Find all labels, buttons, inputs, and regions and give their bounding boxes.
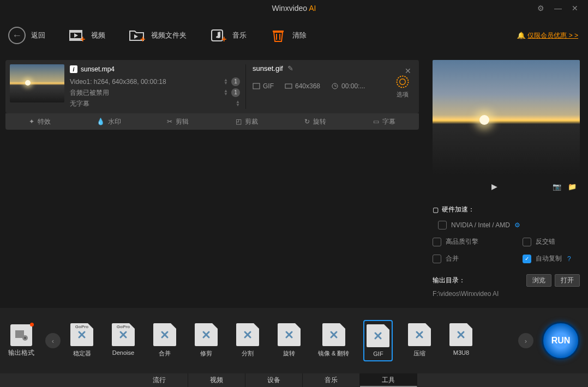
run-button[interactable]: RUN bbox=[542, 322, 580, 360]
svg-rect-13 bbox=[285, 84, 292, 88]
tab-tools[interactable]: 工具 bbox=[360, 373, 417, 387]
clear-label: 清除 bbox=[292, 31, 307, 40]
snapshot-icon[interactable]: 📷 bbox=[553, 183, 561, 191]
format-label: 分割 bbox=[242, 349, 254, 358]
deinterlace-option[interactable]: 反交错 bbox=[523, 237, 580, 246]
cut-button[interactable]: ✂剪辑 bbox=[143, 113, 212, 130]
tab-popular[interactable]: 流行 bbox=[131, 373, 188, 387]
checkbox-icon[interactable] bbox=[523, 238, 531, 246]
prev-arrow-button[interactable]: ‹ bbox=[45, 333, 61, 348]
stepper-icon[interactable]: ▲▼ bbox=[236, 100, 240, 107]
rotate-button[interactable]: ↻旋转 bbox=[281, 113, 350, 130]
stepper-icon[interactable]: ▲▼ bbox=[224, 78, 228, 85]
main-toolbar: ← 返回 + 视频 + 视频文件夹 + 音乐 清除 🔔 仅限会员优惠 > > bbox=[0, 16, 588, 55]
format-label: 压缩 bbox=[413, 349, 425, 358]
subtitle-track-info: 无字幕 ▲▼ bbox=[70, 98, 240, 109]
quality-engine-option[interactable]: 高品质引擎 bbox=[433, 237, 490, 246]
svg-rect-7 bbox=[212, 30, 223, 41]
folder-open-icon[interactable]: 📁 bbox=[568, 183, 577, 191]
browse-button[interactable]: 浏览 bbox=[526, 274, 551, 287]
checkbox-icon[interactable] bbox=[433, 238, 441, 246]
format-item-compress[interactable]: 压缩 bbox=[405, 320, 434, 361]
output-dir-path: F:\videos\Winxvideo AI bbox=[433, 290, 580, 298]
output-format: GIF bbox=[253, 82, 274, 90]
output-format-button[interactable]: 输出格式 bbox=[8, 324, 34, 358]
bell-icon: 🔔 bbox=[517, 32, 525, 39]
back-button[interactable]: ← 返回 bbox=[8, 27, 45, 44]
format-item-mirror[interactable]: 镜像 & 翻转 bbox=[316, 320, 351, 361]
settings-icon[interactable]: ⚙ bbox=[537, 4, 544, 13]
music-icon: + bbox=[208, 26, 228, 45]
format-icon bbox=[195, 323, 218, 346]
hw-accel-option[interactable]: NVIDIA / Intel / AMD ⚙ bbox=[438, 221, 580, 229]
back-arrow-icon: ← bbox=[8, 27, 26, 44]
svg-marker-3 bbox=[74, 33, 78, 38]
title-bar: Winxvideo AI ⚙ — ✕ bbox=[0, 0, 588, 16]
promo-link[interactable]: 🔔 仅限会员优惠 > > bbox=[517, 31, 578, 40]
folder-icon: + bbox=[127, 26, 147, 45]
checkbox-checked-icon[interactable]: ✓ bbox=[523, 255, 531, 263]
format-item-gif[interactable]: GIF bbox=[363, 320, 393, 361]
auto-copy-option[interactable]: ✓自动复制? bbox=[523, 254, 580, 263]
preview-video[interactable] bbox=[433, 60, 580, 174]
format-label: 合并 bbox=[159, 349, 171, 358]
tab-device[interactable]: 设备 bbox=[245, 373, 303, 387]
info-icon[interactable]: i bbox=[70, 65, 77, 73]
svg-point-18 bbox=[400, 79, 406, 85]
subtitle-button[interactable]: ▭字幕 bbox=[350, 113, 419, 130]
minimize-icon[interactable]: — bbox=[554, 4, 562, 13]
add-music-button[interactable]: + 音乐 bbox=[208, 26, 247, 45]
effects-button[interactable]: ✦特效 bbox=[5, 113, 74, 130]
gear-icon[interactable]: ⚙ bbox=[514, 221, 520, 229]
folder-label: 视频文件夹 bbox=[151, 31, 187, 40]
format-item-denoise[interactable]: GoProDenoise bbox=[109, 320, 138, 361]
output-format-label: 输出格式 bbox=[8, 348, 34, 358]
format-item-rotate[interactable]: 旋转 bbox=[274, 320, 304, 361]
play-button[interactable]: ▶ bbox=[436, 182, 553, 191]
output-dir-label: 输出目录： bbox=[433, 276, 465, 285]
tab-video[interactable]: 视频 bbox=[188, 373, 245, 387]
svg-rect-12 bbox=[253, 83, 260, 89]
format-label: Denoise bbox=[112, 349, 134, 356]
format-item-split[interactable]: 分割 bbox=[233, 320, 262, 361]
rotate-icon: ↻ bbox=[304, 118, 310, 125]
edit-icon[interactable]: ✎ bbox=[287, 64, 293, 72]
crop-icon: ◰ bbox=[236, 118, 242, 125]
format-item-merge[interactable]: 合并 bbox=[150, 320, 179, 361]
next-arrow-button[interactable]: › bbox=[518, 333, 533, 348]
format-bar: 输出格式 ‹ GoPro稳定器GoProDenoise合并修剪分割旋转镜像 & … bbox=[0, 308, 588, 373]
merge-option[interactable]: 合并 bbox=[433, 254, 490, 263]
clear-button[interactable]: 清除 bbox=[268, 26, 307, 45]
add-folder-button[interactable]: + 视频文件夹 bbox=[127, 26, 187, 45]
format-label: 稳定器 bbox=[73, 349, 91, 358]
crop-button[interactable]: ◰剪裁 bbox=[212, 113, 281, 130]
format-item-stabilizer[interactable]: GoPro稳定器 bbox=[67, 320, 97, 361]
file-thumbnail bbox=[10, 64, 64, 102]
codec-options-button[interactable]: 选项 bbox=[395, 74, 410, 99]
chip-icon: ▢ bbox=[433, 206, 439, 214]
add-video-button[interactable]: + 视频 bbox=[67, 26, 105, 45]
format-item-trim[interactable]: 修剪 bbox=[191, 320, 221, 361]
promo-label: 仅限会员优惠 > > bbox=[527, 31, 578, 40]
file-card[interactable]: i sunset.mp4 Video1: h264, 640x368, 00:0… bbox=[5, 60, 419, 113]
track-badge: 1 bbox=[231, 88, 240, 97]
tab-music[interactable]: 音乐 bbox=[303, 373, 360, 387]
format-icon bbox=[367, 324, 389, 347]
checkbox-icon[interactable] bbox=[433, 255, 441, 263]
category-tabs: 流行 视频 设备 音乐 工具 bbox=[0, 373, 588, 387]
stepper-icon[interactable]: ▲▼ bbox=[224, 89, 228, 96]
watermark-button[interactable]: 💧水印 bbox=[74, 113, 143, 130]
close-icon[interactable]: ✕ bbox=[572, 4, 578, 13]
svg-text:+: + bbox=[221, 34, 226, 44]
track-badge: 1 bbox=[231, 77, 240, 86]
format-icon bbox=[408, 323, 431, 346]
video-label: 视频 bbox=[91, 31, 105, 40]
open-button[interactable]: 打开 bbox=[555, 274, 580, 287]
format-item-m3u8[interactable]: M3U8 bbox=[446, 320, 476, 361]
options-label: 选项 bbox=[395, 90, 410, 99]
help-icon[interactable]: ? bbox=[567, 255, 571, 263]
svg-point-17 bbox=[397, 76, 409, 88]
checkbox-icon[interactable] bbox=[438, 221, 447, 229]
output-filename: sunset.gif ✎ bbox=[253, 64, 415, 72]
preview-panel: ▶ 📷 📁 ▢ 硬件加速： NVIDIA / Intel / AMD ⚙ 高品质… bbox=[424, 55, 588, 308]
